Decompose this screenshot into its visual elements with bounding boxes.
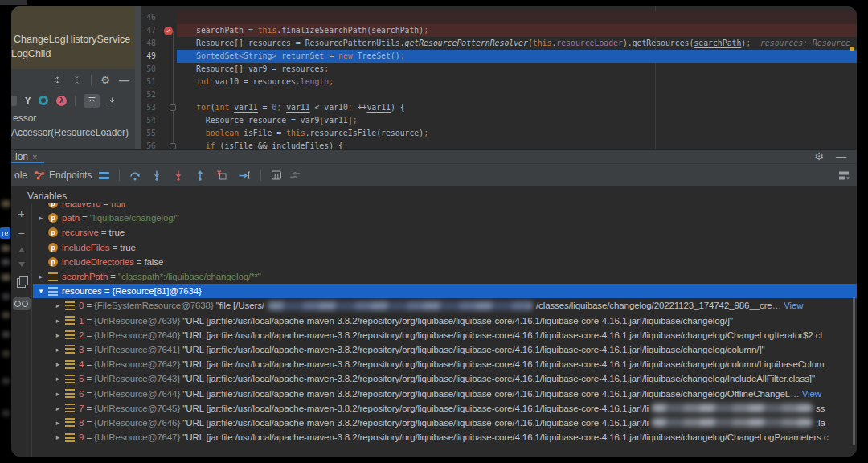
chevron-right-icon[interactable]: ▸	[53, 317, 63, 325]
step-into-icon[interactable]	[151, 170, 162, 181]
variable-row[interactable]: ▸searchPath = "classpath*:/liquibase/cha…	[33, 269, 857, 284]
variable-name: relativeTo	[62, 203, 100, 208]
hide-panel-icon[interactable]: —	[119, 74, 129, 86]
fold-marker-icon[interactable]	[170, 104, 176, 111]
expand-all-icon[interactable]	[52, 75, 63, 85]
copy-icon[interactable]	[17, 278, 26, 288]
reset-frame-icon[interactable]	[216, 170, 227, 181]
variable-row[interactable]: ▸9 = {UrlResource@7647} "URL [jar:file:/…	[33, 430, 857, 445]
background-window-sliver	[2, 331, 10, 338]
scope-icon[interactable]	[39, 96, 48, 105]
view-options-icon[interactable]	[289, 170, 301, 181]
gear-icon[interactable]: ⚙	[814, 151, 824, 162]
variable-row[interactable]: ▸ppath = "liquibase/changelog/"	[33, 211, 857, 225]
call-hierarchy-icon[interactable]: Y	[25, 96, 31, 105]
chevron-right-icon[interactable]: ▸	[53, 390, 63, 398]
gutter-row: 49	[141, 50, 177, 63]
chevron-right-icon[interactable]: ▸	[53, 419, 63, 427]
collapse-all-icon[interactable]	[72, 75, 82, 85]
step-out-icon[interactable]	[194, 170, 206, 181]
endpoints-tab[interactable]: Endpoints	[35, 170, 92, 181]
chevron-right-icon[interactable]: ▸	[53, 331, 63, 339]
variable-row[interactable]: ▸8 = {UrlResource@7646} "URL [jar:file:/…	[33, 416, 857, 430]
chevron-right-icon[interactable]: ▸	[53, 360, 63, 368]
run-to-cursor-icon[interactable]	[238, 170, 251, 181]
chevron-right-icon[interactable]: ▸	[53, 433, 63, 441]
move-down-icon[interactable]	[108, 96, 117, 105]
popup-item[interactable]: LogChild	[11, 47, 135, 61]
hierarchy-tree-item[interactable]: essor	[13, 112, 36, 125]
variable-row[interactable]: ▸4 = {UrlResource@7642} "URL [jar:file:/…	[33, 357, 857, 371]
remove-watch-button[interactable]: −	[18, 228, 24, 238]
code-line: boolean isFile = this.resourceIsFile(res…	[177, 127, 857, 140]
code-line	[177, 88, 857, 101]
navigate-up-icon[interactable]	[18, 248, 25, 252]
close-icon[interactable]: ×	[32, 152, 37, 162]
variables-side-toolbar: + −	[11, 203, 32, 457]
chevron-right-icon[interactable]: ▸	[53, 346, 63, 354]
variable-row[interactable]: ▸prelativeTo = null	[33, 203, 857, 211]
chevron-right-icon[interactable]: ▸	[36, 272, 46, 281]
variables-title: Variables	[27, 191, 67, 202]
view-link[interactable]: View	[802, 389, 821, 399]
step-over-icon[interactable]	[129, 170, 141, 181]
variable-row[interactable]: ▸1 = {UrlResource@7639} "URL [jar:file:/…	[33, 313, 857, 328]
lambda-icon[interactable]: λ	[56, 96, 67, 106]
chevron-right-icon[interactable]: ▸	[53, 301, 63, 309]
variable-row[interactable]: ▸3 = {UrlResource@7641} "URL [jar:file:/…	[33, 342, 857, 357]
variable-row[interactable]: ▸pincludeDirectories = false	[33, 255, 857, 269]
variable-row[interactable]: ▸7 = {UrlResource@7645} "URL [jar:file:/…	[33, 401, 857, 416]
force-step-into-icon[interactable]	[173, 170, 184, 181]
evaluate-expression-icon[interactable]	[271, 170, 282, 181]
add-watch-button[interactable]: +	[18, 209, 24, 219]
view-link[interactable]: View	[784, 301, 803, 310]
hide-panel-icon[interactable]: —	[836, 150, 846, 162]
variable-row[interactable]: ▾resources = {Resource[81]@7634}	[33, 284, 857, 298]
line-number: 49	[141, 50, 177, 63]
gear-icon[interactable]: ⚙	[100, 75, 110, 85]
restore-layout-icon[interactable]	[838, 170, 850, 181]
hierarchy-tree-item[interactable]: Accessor(ResourceLoader)	[11, 126, 129, 139]
variable-value: {UrlResource@7644}	[94, 389, 182, 399]
popup-item[interactable]: ChangeLogHistoryService	[11, 32, 135, 47]
chevron-right-icon[interactable]: ▸	[53, 404, 63, 412]
chevron-right-icon[interactable]: ▸	[36, 214, 46, 222]
variable-value: =	[100, 203, 111, 208]
gutter-row: 53	[141, 101, 177, 114]
hierarchy-toolbar-filters: Y λ	[11, 90, 135, 111]
error-stripe-mark[interactable]	[850, 47, 854, 51]
move-up-icon[interactable]	[84, 94, 100, 108]
variable-value: =	[84, 404, 94, 413]
chevron-right-icon[interactable]: ▸	[53, 375, 63, 383]
variable-row[interactable]: ▸pincludeFiles = true	[33, 240, 857, 255]
variable-value: "URL [jar:file:/usr/local/apache-maven-3…	[182, 418, 649, 428]
variable-row[interactable]: ▸precursive = true	[33, 225, 857, 240]
variable-icon	[65, 404, 75, 412]
variable-icon	[65, 360, 75, 369]
navigate-down-icon[interactable]	[18, 262, 25, 267]
variable-row[interactable]: ▸6 = {UrlResource@7644} "URL [jar:file:/…	[33, 386, 857, 400]
toolbar-separator	[91, 75, 92, 85]
gutter-row: 50	[141, 63, 177, 76]
variable-row[interactable]: ▸0 = {FileSystemResource@7638} "file [/U…	[33, 298, 857, 313]
chevron-down-icon[interactable]: ▾	[36, 287, 46, 295]
debug-tool-window: ion × ⚙ — ole Endpoints	[11, 149, 857, 457]
code-editor[interactable]: searchPath = this.finalizeSearchPath(sea…	[177, 6, 857, 149]
threads-view-icon[interactable]	[99, 172, 109, 179]
code-line	[177, 11, 857, 24]
breakpoint-icon[interactable]: ✓	[164, 27, 173, 35]
panel-scrollbar[interactable]	[135, 6, 141, 149]
variable-icon	[65, 418, 75, 427]
variable-row[interactable]: ▸5 = {UrlResource@7643} "URL [jar:file:/…	[33, 371, 857, 386]
variables-tree[interactable]: ▸prelativeTo = null▸ppath = "liquibase/c…	[33, 203, 857, 457]
gutter-row: 54	[141, 114, 177, 127]
console-tab-partial[interactable]: ole	[14, 170, 27, 181]
variable-row[interactable]: ▸2 = {UrlResource@7640} "URL [jar:file:/…	[33, 328, 857, 342]
debug-session-tab[interactable]: ion ×	[11, 150, 44, 163]
show-watches-toggle[interactable]	[13, 297, 31, 310]
editor-area: ChangeLogHistoryService LogChild ⚙	[11, 6, 857, 149]
variable-value: :la	[816, 418, 825, 428]
variable-value: /classes/liquibase/changelog/20221123_17…	[536, 301, 772, 310]
variable-icon	[65, 301, 75, 310]
variables-scrollbar[interactable]	[853, 297, 855, 445]
